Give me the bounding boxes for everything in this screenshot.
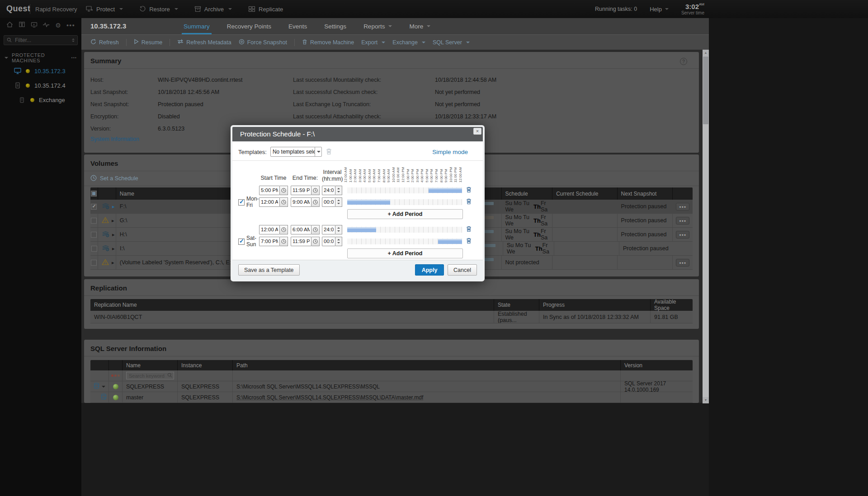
interval-input[interactable] xyxy=(322,186,335,195)
interval-input[interactable] xyxy=(322,237,335,246)
add-period-button[interactable]: + Add Period xyxy=(347,248,463,258)
start-time-input[interactable] xyxy=(259,186,280,195)
end-time-input[interactable] xyxy=(291,186,311,195)
start-time-input[interactable] xyxy=(259,225,280,234)
end-time-input[interactable] xyxy=(291,237,311,246)
timeline-bar[interactable] xyxy=(429,188,462,193)
tab-summary[interactable]: Summary xyxy=(184,18,210,34)
row-actions-button[interactable]: ●●● xyxy=(676,203,689,211)
column-available-space[interactable]: Available Space xyxy=(650,299,692,311)
tab-settings[interactable]: Settings xyxy=(324,18,346,34)
resume-button[interactable]: Resume xyxy=(134,39,163,46)
vertical-scrollbar[interactable]: ▲ ▼ xyxy=(703,50,709,403)
expand-arrow-icon[interactable]: ▸ xyxy=(112,260,114,266)
expand-arrow-icon[interactable]: ▸ xyxy=(112,232,115,238)
table-row-sql-instance[interactable]: SQLEXPRESS SQLEXPRESS S:\Microsoft SQL S… xyxy=(90,381,693,392)
apply-button[interactable]: Apply xyxy=(415,264,444,276)
tab-recovery-points[interactable]: Recovery Points xyxy=(227,18,271,34)
section-menu-icon[interactable]: ••• xyxy=(71,56,77,60)
filter-input[interactable] xyxy=(14,37,70,44)
delete-period-trash-icon[interactable] xyxy=(465,186,472,194)
select-all-checkbox[interactable] xyxy=(91,191,97,197)
add-period-button[interactable]: + Add Period xyxy=(347,209,463,219)
clock-icon[interactable] xyxy=(280,197,288,207)
close-icon[interactable]: × xyxy=(473,128,481,135)
start-time-input[interactable] xyxy=(259,197,280,207)
column-next-snapshot[interactable]: Next Snapshot xyxy=(617,187,673,200)
sql-server-menu[interactable]: SQL Server xyxy=(433,39,470,46)
column-state[interactable]: State xyxy=(494,299,539,311)
row-checkbox[interactable] xyxy=(91,218,97,224)
timeline-track[interactable] xyxy=(347,187,462,193)
scrollbar-thumb[interactable] xyxy=(703,56,708,124)
sidebar-item-machine-1[interactable]: 10.35.172.3 xyxy=(0,65,81,77)
search-keyword-input[interactable] xyxy=(128,373,167,379)
timeline-bar[interactable] xyxy=(438,239,462,244)
row-checkbox[interactable] xyxy=(91,232,97,238)
interval-stepper[interactable] xyxy=(335,186,342,195)
delete-period-trash-icon[interactable] xyxy=(465,237,472,245)
table-row-sql-master[interactable]: master SQLEXPRESS S:\Microsoft SQL Serve… xyxy=(90,392,693,403)
end-time-input[interactable] xyxy=(291,197,311,207)
tab-events[interactable]: Events xyxy=(288,18,307,34)
column-replication-name[interactable]: Replication Name xyxy=(90,299,494,311)
interval-stepper[interactable] xyxy=(335,197,342,207)
timeline-bar[interactable] xyxy=(347,200,390,205)
scroll-down-arrow[interactable]: ▼ xyxy=(703,397,709,403)
row-actions-button[interactable]: ●●● xyxy=(676,259,689,267)
delete-period-trash-icon[interactable] xyxy=(465,225,472,234)
expand-arrow-icon[interactable]: ▸ xyxy=(112,246,115,252)
export-menu[interactable]: Export xyxy=(361,39,385,46)
table-row-replication[interactable]: WIN-0IAI60B1QCT Established (paus... In … xyxy=(90,311,693,323)
delete-period-trash-icon[interactable] xyxy=(465,198,472,206)
refresh-button[interactable]: Refresh xyxy=(90,39,119,46)
gear-icon[interactable]: ⚙ xyxy=(55,22,61,28)
column-progress[interactable]: Progress xyxy=(539,299,650,311)
sidebar-item-exchange[interactable]: Exchange xyxy=(0,94,81,106)
tab-reports[interactable]: Reports xyxy=(363,18,392,34)
expand-arrow-icon[interactable]: ▸ xyxy=(112,218,114,224)
home-icon[interactable] xyxy=(6,21,13,29)
row-checkbox[interactable] xyxy=(91,246,97,252)
column-path[interactable]: Path xyxy=(232,360,620,370)
menu-restore[interactable]: Restore xyxy=(139,6,178,13)
interval-input[interactable] xyxy=(322,197,335,207)
expand-arrow-icon[interactable]: ▸ xyxy=(112,204,115,210)
timeline-track[interactable] xyxy=(347,199,462,205)
exchange-menu[interactable]: Exchange xyxy=(392,39,425,46)
interval-stepper[interactable] xyxy=(335,225,342,234)
weekend-checkbox[interactable] xyxy=(238,239,245,245)
weekday-checkbox[interactable] xyxy=(238,199,245,206)
sidebar-item-machine-2[interactable]: 10.35.172.4 xyxy=(0,80,81,91)
column-current-schedule[interactable]: Current Schedule xyxy=(552,187,617,200)
more-icon[interactable]: ●●● xyxy=(66,23,75,28)
menu-archive[interactable]: Archive xyxy=(194,6,232,13)
refresh-metadata-button[interactable]: Refresh Metadata xyxy=(177,39,231,46)
timeline-track[interactable] xyxy=(347,227,462,233)
clock-icon[interactable] xyxy=(280,237,288,246)
timeline-track[interactable] xyxy=(347,239,462,244)
interval-input[interactable] xyxy=(322,225,335,234)
row-actions-button[interactable]: ●●● xyxy=(676,231,689,239)
clock-icon[interactable] xyxy=(311,197,320,207)
end-time-input[interactable] xyxy=(291,225,311,234)
dialog-title-bar[interactable]: Protection Schedule - F:\ xyxy=(232,127,483,141)
machines-icon[interactable] xyxy=(19,21,25,29)
delete-template-button-disabled[interactable] xyxy=(326,148,332,156)
sql-path-link[interactable]: S:\Microsoft SQL Server\MSSQL14.SQLEXPRE… xyxy=(232,392,620,402)
search-icon[interactable] xyxy=(167,373,172,379)
tab-more[interactable]: More xyxy=(409,18,430,34)
row-checkbox[interactable] xyxy=(91,204,97,210)
column-version[interactable]: Version xyxy=(620,360,693,370)
force-snapshot-button[interactable]: Force Snapshot xyxy=(239,39,287,46)
chevron-down-icon[interactable] xyxy=(102,386,105,388)
clock-icon[interactable] xyxy=(311,225,320,234)
column-name[interactable]: Name xyxy=(122,360,177,370)
cancel-button[interactable]: Cancel xyxy=(448,264,477,276)
start-time-input[interactable] xyxy=(259,237,280,246)
clock-icon[interactable] xyxy=(280,186,288,195)
column-schedule[interactable]: Schedule xyxy=(501,187,552,200)
row-checkbox[interactable] xyxy=(91,260,97,266)
help-icon[interactable]: ? xyxy=(680,58,687,65)
scroll-up-arrow[interactable]: ▲ xyxy=(703,50,709,56)
